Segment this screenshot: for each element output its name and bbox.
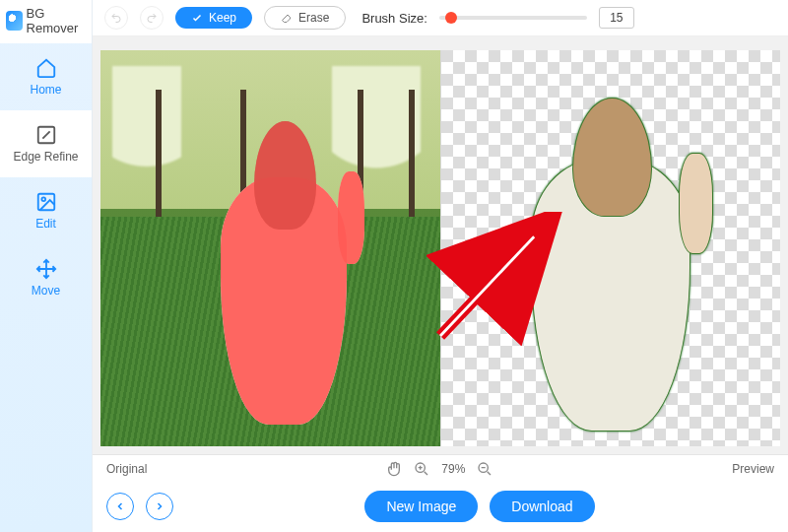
main-area: Keep Erase Brush Size: 15 [93, 0, 788, 532]
prev-image-button[interactable] [106, 493, 134, 520]
move-icon [35, 258, 57, 280]
chevron-right-icon [154, 500, 165, 512]
keep-label: Keep [209, 11, 236, 25]
sidebar-item-edit[interactable]: Edit [0, 177, 92, 244]
sidebar-item-label: Home [30, 83, 61, 97]
sidebar-item-label: Edge Refine [13, 150, 78, 164]
edge-refine-icon [35, 124, 57, 146]
brush-size-label: Brush Size: [361, 11, 427, 26]
brush-size-value[interactable]: 15 [599, 7, 634, 29]
check-icon [191, 12, 203, 24]
preview-panel [441, 50, 781, 446]
app-logo-row: BG Remover [0, 0, 92, 43]
footer-bar: New Image Download [93, 483, 788, 532]
undo-button[interactable] [104, 6, 128, 30]
app-logo-icon [6, 11, 23, 31]
zoom-out-icon[interactable] [477, 461, 492, 477]
erase-button[interactable]: Erase [264, 6, 346, 30]
new-image-button[interactable]: New Image [364, 491, 478, 522]
workspace [93, 36, 788, 454]
pan-hand-icon[interactable] [386, 461, 402, 477]
original-canvas[interactable] [100, 50, 440, 446]
sidebar: BG Remover Home Edge Refine Edit Move [0, 0, 93, 532]
app-title: BG Remover [27, 6, 88, 35]
next-image-button[interactable] [146, 493, 173, 520]
preview-label: Preview [732, 462, 774, 476]
eraser-icon [281, 12, 293, 24]
sidebar-item-edge-refine[interactable]: Edge Refine [0, 110, 92, 177]
redo-button[interactable] [140, 6, 164, 30]
slider-thumb-icon [445, 12, 457, 24]
sidebar-item-label: Edit [35, 217, 56, 231]
chevron-left-icon [114, 500, 126, 512]
svg-point-2 [41, 197, 45, 201]
zoom-value: 79% [441, 462, 465, 476]
undo-icon [110, 12, 122, 24]
redo-icon [146, 12, 158, 24]
sidebar-item-home[interactable]: Home [0, 43, 92, 110]
original-label: Original [106, 462, 147, 476]
edit-icon [35, 191, 57, 213]
download-button[interactable]: Download [490, 491, 594, 522]
sidebar-item-label: Move [32, 284, 60, 298]
status-bar: Original 79% Preview [93, 454, 788, 483]
erase-label: Erase [298, 11, 329, 25]
sidebar-item-move[interactable]: Move [0, 244, 92, 311]
original-panel [100, 50, 440, 446]
keep-button[interactable]: Keep [175, 7, 252, 29]
home-icon [35, 57, 57, 79]
toolbar: Keep Erase Brush Size: 15 [93, 0, 788, 36]
brush-size-slider[interactable] [439, 16, 587, 20]
preview-canvas[interactable] [441, 50, 781, 446]
zoom-in-icon[interactable] [414, 461, 429, 477]
